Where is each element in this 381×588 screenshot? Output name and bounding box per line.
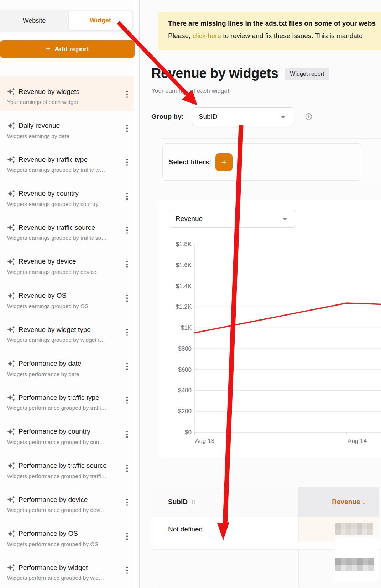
more-options-icon[interactable]: [124, 260, 130, 268]
report-list-item-2[interactable]: Daily revenue Widgets earnings by date: [0, 111, 134, 145]
column-header-revenue[interactable]: Revenue ↓: [298, 487, 379, 517]
report-title: Revenue by traffic type: [19, 156, 88, 164]
info-icon[interactable]: [305, 113, 313, 121]
column-header-subid[interactable]: SubID ↓↑: [151, 487, 298, 517]
sparkles-icon: [7, 462, 15, 470]
sparkles-icon: [7, 223, 15, 232]
sparkles-icon: [7, 325, 15, 334]
report-list-item-5[interactable]: Revenue by traffic source Widgets earnin…: [0, 212, 134, 247]
report-list-item-8[interactable]: Revenue by widget type Widgets earnings …: [0, 314, 134, 349]
report-title: Performance by date: [19, 360, 81, 367]
x-axis-label: Aug 13: [195, 438, 214, 444]
report-description: Widgets performance grouped by traffi…: [7, 405, 123, 411]
tab-website[interactable]: Website: [0, 10, 68, 32]
report-list-item-3[interactable]: Revenue by traffic type Widgets earnings…: [0, 144, 134, 179]
report-title: Performance by device: [19, 496, 88, 504]
sidebar: Website Widget + Add report Revenue by w…: [0, 0, 134, 588]
report-description: Widgets performance grouped by OS: [7, 541, 123, 547]
report-list-item-13[interactable]: Performance by device Widgets performanc…: [0, 484, 134, 519]
more-options-icon[interactable]: [124, 295, 130, 302]
y-axis-label: $1.2K: [176, 303, 192, 310]
redacted-revenue-value: [335, 523, 373, 535]
more-options-icon[interactable]: [124, 465, 130, 472]
report-list-item-6[interactable]: Revenue by device Widgets earnings group…: [0, 247, 134, 281]
report-list-item-11[interactable]: Performance by country Widgets performan…: [0, 417, 134, 451]
report-title: Revenue by country: [19, 190, 79, 197]
report-description: Widgets performance grouped by traffi…: [7, 473, 123, 480]
report-list-item-15[interactable]: Performance by widget Widgets performanc…: [0, 552, 134, 587]
more-options-icon[interactable]: [124, 566, 130, 574]
ads-txt-warning-banner: There are missing lines in the ads.txt f…: [158, 12, 381, 50]
report-title: Performance by traffic type: [19, 394, 99, 402]
report-list-item-10[interactable]: Performance by traffic type Widgets perf…: [0, 382, 134, 417]
report-list: Revenue by widgets Your earnings of each…: [0, 76, 134, 587]
more-options-icon[interactable]: [124, 396, 130, 404]
more-options-icon[interactable]: [124, 533, 130, 540]
report-list-item-12[interactable]: Performance by traffic source Widgets pe…: [0, 451, 134, 485]
report-list-item-7[interactable]: Revenue by OS Widgets earnings grouped b…: [0, 281, 134, 315]
chevron-down-icon: [281, 116, 286, 118]
revenue-line-chart: $1.8K$1.6K$1.4K$1.2K$1K$800$600$400$200$…: [158, 200, 381, 457]
more-options-icon[interactable]: [124, 498, 130, 506]
sparkles-icon: [7, 292, 15, 300]
report-title: Revenue by widgets: [19, 88, 79, 96]
tab-widget[interactable]: Widget: [68, 11, 132, 30]
y-axis-label: $1.8K: [176, 241, 192, 248]
report-list-item-9[interactable]: Performance by date Widgets performance …: [0, 349, 134, 383]
more-options-icon[interactable]: [124, 362, 130, 370]
group-by-dropdown[interactable]: SubID: [192, 107, 294, 126]
banner-line2-suffix: to review and fix these issues. This is …: [221, 32, 363, 39]
subid-header-label: SubID: [168, 498, 188, 506]
sparkles-icon: [7, 258, 15, 266]
more-options-icon[interactable]: [124, 158, 130, 166]
report-title: Revenue by widget type: [19, 326, 91, 334]
select-filters-label: Select filters:: [169, 158, 211, 166]
y-axis-label: $1.4K: [176, 283, 192, 290]
widget-report-badge: Widget report: [285, 68, 329, 80]
more-options-icon[interactable]: [124, 90, 130, 98]
more-options-icon[interactable]: [124, 125, 130, 132]
report-type-tabs: Website Widget: [0, 10, 134, 32]
report-description: Widgets performance grouped by cou…: [7, 439, 123, 445]
banner-line1: There are missing lines in the ads.txt f…: [168, 20, 381, 27]
sparkles-icon: [7, 360, 15, 368]
report-list-item-1[interactable]: Revenue by widgets Your earnings of each…: [0, 76, 134, 111]
y-axis-label: $200: [178, 408, 192, 415]
page-title: Revenue by widgets: [151, 66, 278, 81]
redacted-revenue-value: [335, 558, 374, 571]
banner-line2-prefix: Please,: [168, 32, 193, 39]
sort-desc-icon[interactable]: ↓: [362, 498, 366, 506]
more-options-icon[interactable]: [124, 226, 130, 234]
y-axis-label: $1K: [181, 324, 192, 331]
chart-card: Revenue $1.8K$1.6K$1.4K$1.2K$1K$800$600$…: [158, 200, 381, 457]
more-options-icon[interactable]: [124, 430, 130, 438]
report-title: Performance by country: [19, 428, 90, 435]
click-here-link[interactable]: click here: [193, 32, 221, 39]
revenue-header-label: Revenue: [332, 498, 360, 506]
report-title: Performance by widget: [19, 564, 88, 572]
add-filter-button[interactable]: +: [215, 153, 233, 171]
more-options-icon[interactable]: [124, 328, 130, 336]
sparkles-icon: [7, 428, 15, 436]
y-axis-label: $1.6K: [176, 262, 192, 269]
page-subtitle: Your earnings of each widget: [151, 88, 229, 95]
report-description: Widgets earnings by date: [7, 133, 123, 139]
report-description: Widgets earnings grouped by widget t…: [7, 337, 123, 343]
sparkles-icon: [7, 496, 15, 504]
page-header: Revenue by widgets Widget report: [151, 66, 329, 81]
more-options-icon[interactable]: [124, 192, 130, 200]
plus-icon: +: [46, 44, 51, 53]
table-header-row: SubID ↓↑ Revenue ↓: [151, 487, 381, 517]
report-description: Widgets performance by date: [7, 371, 123, 377]
subid-cell: Not defined: [151, 517, 298, 542]
report-description: Widgets earnings grouped by traffic so…: [7, 235, 123, 241]
report-list-item-14[interactable]: Performance by OS Widgets performance gr…: [0, 519, 134, 553]
sort-both-icon[interactable]: ↓↑: [191, 498, 195, 505]
group-by-label: Group by:: [151, 113, 184, 121]
report-list-item-4[interactable]: Revenue by country Widgets earnings grou…: [0, 179, 134, 213]
report-title: Revenue by device: [19, 258, 76, 265]
filters-inner-card: Select filters: +: [162, 143, 361, 181]
report-description: Your earnings of each widget: [7, 99, 123, 105]
add-report-button[interactable]: + Add report: [0, 40, 135, 58]
sparkles-icon: [7, 530, 15, 538]
